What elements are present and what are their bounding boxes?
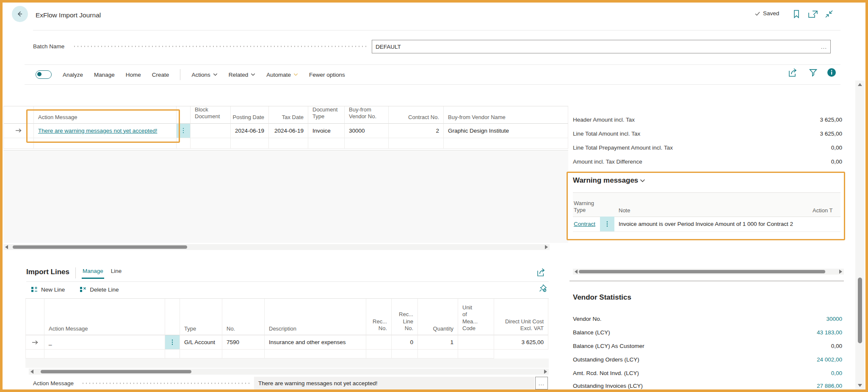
il-direct-unit-cost-cell[interactable]: 3 625,00 xyxy=(494,335,548,350)
il-type-cell[interactable]: G/L Account xyxy=(180,335,222,350)
warn-header-note[interactable]: Note xyxy=(614,193,808,217)
back-button[interactable] xyxy=(12,6,28,22)
journal-header-tax-date[interactable]: Tax Date xyxy=(269,106,308,124)
stat-row: Outstanding Orders (LCY) 24 002,00 xyxy=(573,356,842,363)
warning-messages-header[interactable]: Warning messages xyxy=(573,176,645,185)
journal-tax-date-cell[interactable]: 2024-06-19 xyxy=(269,124,308,138)
stat-value-link[interactable]: 30000 xyxy=(826,316,842,322)
import-lines-h-scrollbar[interactable] xyxy=(29,369,549,375)
bookmark-icon[interactable] xyxy=(793,9,800,19)
il-empty-cell xyxy=(366,350,392,359)
journal-vendor-no-cell[interactable]: 30000 xyxy=(345,124,389,138)
journal-header-block-document[interactable]: Block Document xyxy=(191,106,231,124)
analyze-toggle[interactable] xyxy=(36,70,52,79)
il-description-cell[interactable]: Insurance and other expenses xyxy=(265,335,366,350)
journal-header-vendor-no[interactable]: Buy-from Vendor No. xyxy=(345,106,389,124)
il-header-uom-code[interactable]: Unit of Mea... Code xyxy=(458,299,494,335)
scrollbar-thumb[interactable] xyxy=(41,370,191,373)
il-header-selector xyxy=(26,299,44,335)
share-icon[interactable] xyxy=(788,68,799,77)
il-header-receipt-line-no[interactable]: Rec... Line No. xyxy=(392,299,418,335)
il-header-no[interactable]: No. xyxy=(222,299,265,335)
scroll-left-arrow[interactable] xyxy=(5,245,8,249)
journal-contract-no-cell[interactable]: 2 xyxy=(389,124,444,138)
total-value: 3 625,00 xyxy=(820,117,842,123)
journal-row-menu-button[interactable] xyxy=(177,124,191,138)
stat-value-link[interactable]: 24 002,00 xyxy=(817,356,842,363)
page-v-scrollbar[interactable] xyxy=(855,81,865,389)
il-header-direct-unit-cost[interactable]: Direct Unit Cost Excl. VAT xyxy=(494,299,548,335)
open-in-new-window-icon[interactable] xyxy=(808,10,818,18)
il-empty-cell xyxy=(392,350,418,359)
il-quantity-cell[interactable]: 1 xyxy=(418,335,458,350)
stat-value-link[interactable]: 27 886,00 xyxy=(817,383,842,389)
scrollbar-thumb[interactable] xyxy=(579,270,825,273)
scroll-right-arrow[interactable] xyxy=(545,245,548,249)
toolbar-home[interactable]: Home xyxy=(126,72,141,78)
journal-vendor-name-cell[interactable]: Graphic Design Institute xyxy=(444,124,568,138)
collapse-icon[interactable] xyxy=(825,10,833,18)
journal-header-vendor-name[interactable]: Buy-from Vendor Name xyxy=(444,106,568,124)
scroll-down-arrow[interactable] xyxy=(858,384,862,387)
filter-icon[interactable] xyxy=(809,68,818,77)
il-header-receipt-no[interactable]: Rec... No. xyxy=(366,299,392,335)
il-row-menu-button[interactable] xyxy=(165,335,180,350)
journal-action-message-cell[interactable]: There are warning messages not yet accep… xyxy=(34,124,177,138)
footer-assist-edit-button[interactable]: ... xyxy=(535,377,548,389)
il-receipt-line-no-cell[interactable]: 0 xyxy=(392,335,418,350)
scroll-right-arrow[interactable] xyxy=(544,370,547,374)
footer-action-message-field[interactable]: There are warning messages not yet accep… xyxy=(254,377,534,389)
warn-note-cell[interactable]: Invoice amount is over Period Invoice Am… xyxy=(614,217,808,232)
stat-value-link[interactable]: 43 183,00 xyxy=(817,329,842,336)
il-header-description[interactable]: Description xyxy=(265,299,366,335)
delete-line-button[interactable]: Delete Line xyxy=(79,286,119,293)
journal-document-type-cell[interactable]: Invoice xyxy=(308,124,345,138)
journal-h-scrollbar[interactable] xyxy=(3,244,550,250)
toolbar-create[interactable]: Create xyxy=(152,72,169,78)
il-no-cell[interactable]: 7590 xyxy=(222,335,265,350)
toolbar-actions-menu[interactable]: Actions xyxy=(191,72,217,78)
scroll-left-arrow[interactable] xyxy=(575,270,578,274)
il-header-quantity[interactable]: Quantity xyxy=(418,299,458,335)
scroll-right-arrow[interactable] xyxy=(839,270,842,274)
toolbar-manage[interactable]: Manage xyxy=(94,72,115,78)
il-header-type[interactable]: Type xyxy=(180,299,222,335)
checkmark-icon xyxy=(755,11,760,17)
toolbar-automate-menu[interactable]: Automate xyxy=(266,72,298,78)
journal-empty-cell xyxy=(177,138,191,149)
tab-line[interactable]: Line xyxy=(110,266,123,278)
toolbar-analyze[interactable]: Analyze xyxy=(63,72,83,78)
info-icon[interactable] xyxy=(827,67,837,78)
import-lines-share-icon[interactable] xyxy=(537,268,547,277)
journal-header-contract-no[interactable]: Contract No. xyxy=(389,106,444,124)
il-action-message-cell[interactable]: _ xyxy=(44,335,165,350)
warnings-h-scrollbar[interactable] xyxy=(573,269,844,275)
journal-header-document-type[interactable]: Document Type xyxy=(308,106,345,124)
warning-type-link[interactable]: Contract xyxy=(574,221,595,227)
journal-header-posting-date[interactable]: Posting Date xyxy=(231,106,269,124)
journal-posting-date-cell[interactable]: 2024-06-19 xyxy=(231,124,269,138)
toolbar-related-menu[interactable]: Related xyxy=(229,72,256,78)
chevron-down-icon xyxy=(213,73,218,76)
new-line-button[interactable]: New Line xyxy=(30,286,65,293)
journal-block-document-cell[interactable] xyxy=(191,124,231,138)
scrollbar-thumb[interactable] xyxy=(13,245,187,249)
il-header-action-message[interactable]: Action Message xyxy=(44,299,165,335)
journal-header-action-message[interactable]: Action Message xyxy=(34,106,177,124)
scroll-up-arrow[interactable] xyxy=(858,83,862,86)
batch-name-field[interactable]: DEFAULT ... xyxy=(372,40,831,53)
unpin-icon[interactable] xyxy=(539,284,547,292)
scrollbar-thumb[interactable] xyxy=(858,278,862,343)
warn-row-menu-button[interactable] xyxy=(600,217,614,232)
tab-manage[interactable]: Manage xyxy=(82,266,104,279)
stat-value-link[interactable]: 0,00 xyxy=(831,370,842,376)
warning-messages-link[interactable]: There are warning messages not yet accep… xyxy=(38,128,157,134)
warn-header-action-taken[interactable]: Action T xyxy=(808,193,840,217)
il-receipt-no-cell[interactable] xyxy=(366,335,392,350)
il-uom-cell[interactable] xyxy=(458,335,494,350)
toolbar-fewer-options[interactable]: Fewer options xyxy=(309,72,345,78)
scroll-left-arrow[interactable] xyxy=(30,370,33,374)
warn-type-cell[interactable]: Contract xyxy=(573,217,600,232)
batch-assist-edit-button[interactable]: ... xyxy=(821,44,827,50)
warn-header-type[interactable]: Warning Type xyxy=(573,193,600,217)
